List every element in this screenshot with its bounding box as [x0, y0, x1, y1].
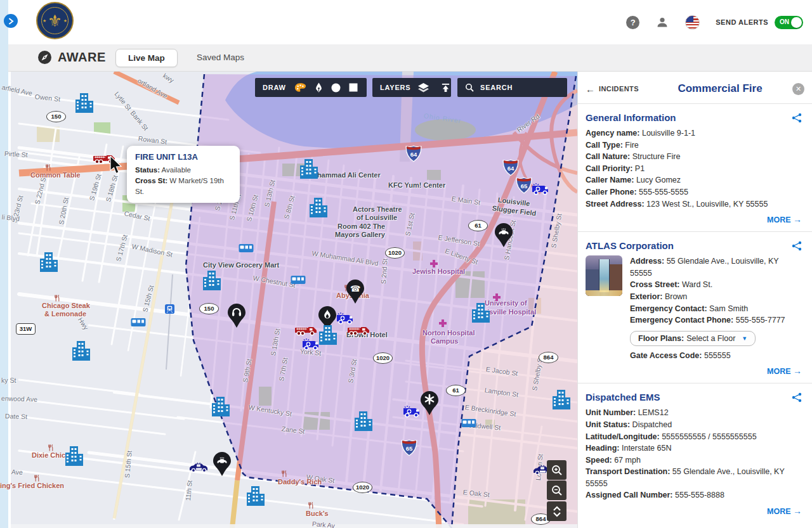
section-title: Dispatched EMS	[586, 392, 660, 402]
field-list: Gate Access Code: 555555	[630, 350, 802, 362]
field-list: Unit Number: LEMS12Unit Status: Dispatch…	[586, 407, 802, 501]
upload-layer-icon[interactable]	[441, 83, 450, 93]
expand-collapse-button[interactable]	[547, 501, 566, 521]
tab-live-map[interactable]: Live Map	[115, 49, 178, 67]
section-atlas-corporation: ATLAS Corporation Address: 55 Glendale A…	[578, 232, 812, 383]
tooltip-title: FIRE UNIT L13A	[135, 152, 232, 162]
close-panel-icon[interactable]: ✕	[792, 83, 804, 95]
search-icon	[465, 83, 474, 92]
map-canvas[interactable]	[11, 72, 577, 528]
draw-label: DRAW	[263, 84, 286, 91]
share-icon[interactable]	[792, 392, 802, 402]
send-alerts-label: SEND ALERTS	[716, 18, 768, 26]
rectangle-tool-icon[interactable]	[349, 83, 358, 92]
floor-plans-dropdown[interactable]: Floor Plans: Select a Floor ▼	[630, 331, 756, 346]
field-row: Speed: 67 mph	[586, 454, 802, 467]
layers-toolbar: LAYERS	[372, 78, 451, 97]
back-arrow-icon: ←	[586, 84, 595, 94]
field-row: Emergency Contact: Sam Smith	[630, 303, 802, 315]
logo-star-right: ★	[63, 18, 67, 23]
circle-tool-icon[interactable]	[331, 83, 341, 93]
field-row: Call Type: Fire	[586, 139, 802, 151]
top-header: ⚜ ★ ★ ? SEND ALERTS ON	[8, 0, 812, 44]
send-alerts-toggle[interactable]: ON	[775, 16, 803, 29]
field-row: Assigned Call Number: 555-555-8888	[586, 489, 802, 501]
logo-star-left: ★	[43, 18, 46, 23]
app-title: AWARE	[58, 50, 106, 65]
field-row: Exterior: Brown	[630, 291, 802, 303]
field-row: Unit Status: Dispatched	[586, 419, 802, 431]
search-placeholder: SEARCH	[480, 84, 513, 91]
field-row: Emergency Contact Phone: 555-555-7777	[630, 314, 802, 326]
zoom-out-button[interactable]	[547, 480, 566, 500]
draw-toolbar: DRAW	[255, 78, 367, 97]
field-row: Transport Destination: 55 Glendale Ave.,…	[586, 466, 802, 489]
field-list: Agency name: Louisville 9-1-1Call Type: …	[586, 127, 802, 210]
more-link-ems[interactable]: MORE →	[586, 506, 802, 516]
field-row: Address: 55 Glendale Ave., Louisville, K…	[630, 255, 802, 279]
pen-tool-icon[interactable]	[315, 82, 323, 93]
field-row: Caller Phone: 555-555-5555	[586, 186, 802, 198]
layers-icon[interactable]	[417, 82, 429, 93]
incident-panel: ← INCIDENTS Commercial Fire ✕ General In…	[577, 72, 812, 528]
field-row: Street Address: 123 West St., Louisville…	[586, 198, 802, 210]
more-link-general[interactable]: MORE →	[586, 214, 802, 224]
field-row: Heading: Interstate 65N	[586, 442, 802, 454]
share-icon[interactable]	[792, 241, 802, 251]
aware-nav-bar: AWARE Live Map Saved Maps	[8, 44, 812, 72]
toggle-on-label: ON	[780, 18, 789, 25]
user-icon[interactable]	[655, 15, 669, 29]
toggle-knob	[791, 17, 802, 28]
chevron-down-icon: ▼	[742, 335, 747, 342]
flag-canton	[686, 16, 693, 22]
us-flag-icon[interactable]	[685, 15, 700, 30]
chevron-right-icon	[8, 17, 15, 25]
field-list: Address: 55 Glendale Ave., Louisville, K…	[630, 255, 802, 326]
share-icon[interactable]	[792, 113, 802, 123]
more-link-atlas[interactable]: MORE →	[586, 366, 802, 376]
zoom-in-button[interactable]	[547, 460, 566, 480]
section-title: General Information	[586, 112, 676, 123]
section-general-information: General Information Agency name: Louisvi…	[578, 104, 812, 232]
field-row: Cross St: W Market/S 19th St.	[135, 176, 232, 197]
unit-tooltip: FIRE UNIT L13A Status: AvailableCross St…	[127, 146, 240, 203]
back-label: INCIDENTS	[599, 85, 639, 93]
back-to-incidents-button[interactable]: ← INCIDENTS	[586, 84, 655, 94]
field-row: Status: Available	[135, 165, 232, 176]
map-attribution-bar	[11, 524, 577, 528]
tooltip-rows: Status: AvailableCross St: W Market/S 19…	[135, 165, 232, 197]
field-row: Gate Access Code: 555555	[630, 350, 802, 362]
field-row: Latitude/Longitude: 5555555555 / 5555555…	[586, 431, 802, 443]
incident-title: Commercial Fire	[655, 82, 785, 95]
field-row: Caller Name: Lucy Gomez	[586, 174, 802, 186]
palette-icon[interactable]	[294, 82, 306, 93]
tab-saved-maps[interactable]: Saved Maps	[197, 53, 244, 62]
help-icon[interactable]: ?	[626, 16, 639, 29]
expand-sidebar-button[interactable]	[4, 14, 18, 28]
field-row: Cross Street: Ward St.	[630, 279, 802, 291]
left-gutter	[0, 0, 8, 528]
panel-header: ← INCIDENTS Commercial Fire ✕	[578, 72, 812, 104]
layers-label: LAYERS	[380, 84, 410, 91]
map-search-bar[interactable]: SEARCH	[457, 78, 567, 97]
building-photo	[586, 255, 622, 296]
compass-icon	[37, 50, 52, 65]
app-window: ⚜ ★ ★ ? SEND ALERTS ON AWARE Live Map	[0, 0, 812, 528]
louisville-logo: ⚜ ★ ★	[36, 2, 74, 39]
field-row: Unit Number: LEMS12	[586, 407, 802, 419]
field-row: Call Nature: Structure Fire	[586, 151, 802, 163]
field-row: Agency name: Louisville 9-1-1	[586, 127, 802, 139]
field-row: Call Priority: P1	[586, 163, 802, 175]
section-title: ATLAS Corporation	[586, 240, 674, 251]
section-dispatched-ems: Dispatched EMS Unit Number: LEMS12Unit S…	[578, 383, 812, 523]
